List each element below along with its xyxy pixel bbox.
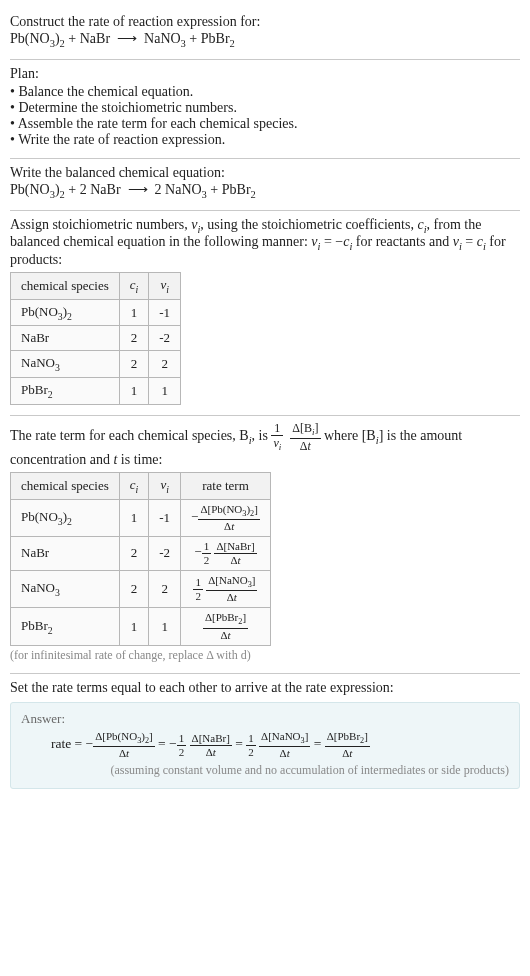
cell-species: NaNO3 <box>11 570 120 607</box>
intro-section: Construct the rate of reaction expressio… <box>10 8 520 59</box>
plan-item: Assemble the rate term for each chemical… <box>10 116 520 132</box>
col-ci: ci <box>119 472 149 499</box>
answer-note: (assuming constant volume and no accumul… <box>21 763 509 778</box>
cell-nui: -2 <box>149 326 181 351</box>
cell-rate: 12 Δ[NaNO3]Δt <box>181 570 271 607</box>
col-rate: rate term <box>181 472 271 499</box>
rateterm-table: chemical species ci νi rate term Pb(NO3)… <box>10 472 271 646</box>
cell-nui: 1 <box>149 377 181 404</box>
rateterm-intro: The rate term for each chemical species,… <box>10 422 520 468</box>
cell-ci: 1 <box>119 299 149 326</box>
plan-title: Plan: <box>10 66 520 82</box>
col-species: chemical species <box>11 273 120 300</box>
cell-species: PbBr2 <box>11 608 120 645</box>
table-row: NaBr 2 -2 <box>11 326 181 351</box>
cell-nui: -1 <box>149 499 181 536</box>
cell-nui: 1 <box>149 608 181 645</box>
unbalanced-equation: Pb(NO3)2 + NaBr ⟶ NaNO3 + PbBr2 <box>10 30 520 49</box>
plan-section: Plan: Balance the chemical equation. Det… <box>10 60 520 158</box>
cell-ci: 2 <box>119 570 149 607</box>
col-species: chemical species <box>11 472 120 499</box>
final-intro: Set the rate terms equal to each other t… <box>10 680 520 696</box>
cell-species: NaBr <box>11 326 120 351</box>
intro-line: Construct the rate of reaction expressio… <box>10 14 520 30</box>
cell-nui: -1 <box>149 299 181 326</box>
cell-rate: −12 Δ[NaBr]Δt <box>181 536 271 570</box>
rate-expression: rate = −Δ[Pb(NO3)2]Δt = −12 Δ[NaBr]Δt = … <box>21 731 509 759</box>
cell-ci: 2 <box>119 351 149 378</box>
col-nui: νi <box>149 472 181 499</box>
cell-rate: Δ[PbBr2]Δt <box>181 608 271 645</box>
cell-species: NaNO3 <box>11 351 120 378</box>
table-row: Pb(NO3)2 1 -1 −Δ[Pb(NO3)2]Δt <box>11 499 271 536</box>
cell-species: PbBr2 <box>11 377 120 404</box>
answer-label: Answer: <box>21 711 509 727</box>
plan-list: Balance the chemical equation. Determine… <box>10 84 520 148</box>
rateterm-section: The rate term for each chemical species,… <box>10 416 520 673</box>
table-header-row: chemical species ci νi <box>11 273 181 300</box>
balanced-equation: Pb(NO3)2 + 2 NaBr ⟶ 2 NaNO3 + PbBr2 <box>10 181 520 200</box>
cell-species: Pb(NO3)2 <box>11 499 120 536</box>
table-row: NaNO3 2 2 <box>11 351 181 378</box>
balanced-intro: Write the balanced chemical equation: <box>10 165 520 181</box>
table-row: NaNO3 2 2 12 Δ[NaNO3]Δt <box>11 570 271 607</box>
cell-ci: 2 <box>119 326 149 351</box>
plan-item: Determine the stoichiometric numbers. <box>10 100 520 116</box>
col-nui: νi <box>149 273 181 300</box>
stoich-table: chemical species ci νi Pb(NO3)2 1 -1 NaB… <box>10 272 181 404</box>
cell-nui: -2 <box>149 536 181 570</box>
table-header-row: chemical species ci νi rate term <box>11 472 271 499</box>
cell-nui: 2 <box>149 351 181 378</box>
rateterm-note: (for infinitesimal rate of change, repla… <box>10 648 520 663</box>
final-section: Set the rate terms equal to each other t… <box>10 674 520 799</box>
cell-ci: 1 <box>119 608 149 645</box>
rateterm-intro-pre: The rate term for each chemical species,… <box>10 428 249 443</box>
col-ci: ci <box>119 273 149 300</box>
cell-ci: 1 <box>119 499 149 536</box>
plan-item: Balance the chemical equation. <box>10 84 520 100</box>
cell-ci: 2 <box>119 536 149 570</box>
table-row: PbBr2 1 1 <box>11 377 181 404</box>
plan-item: Write the rate of reaction expression. <box>10 132 520 148</box>
table-row: NaBr 2 -2 −12 Δ[NaBr]Δt <box>11 536 271 570</box>
stoich-section: Assign stoichiometric numbers, νi, using… <box>10 211 520 415</box>
stoich-intro: Assign stoichiometric numbers, νi, using… <box>10 217 520 269</box>
cell-species: Pb(NO3)2 <box>11 299 120 326</box>
rateterm-intro-mid: , is <box>252 428 272 443</box>
one-over-nu: 1νi <box>271 422 283 452</box>
cell-rate: −Δ[Pb(NO3)2]Δt <box>181 499 271 536</box>
balanced-section: Write the balanced chemical equation: Pb… <box>10 159 520 210</box>
cell-nui: 2 <box>149 570 181 607</box>
cell-ci: 1 <box>119 377 149 404</box>
cell-species: NaBr <box>11 536 120 570</box>
table-row: Pb(NO3)2 1 -1 <box>11 299 181 326</box>
table-row: PbBr2 1 1 Δ[PbBr2]Δt <box>11 608 271 645</box>
answer-box: Answer: rate = −Δ[Pb(NO3)2]Δt = −12 Δ[Na… <box>10 702 520 789</box>
dBi-dt: Δ[Bi]Δt <box>290 422 320 452</box>
